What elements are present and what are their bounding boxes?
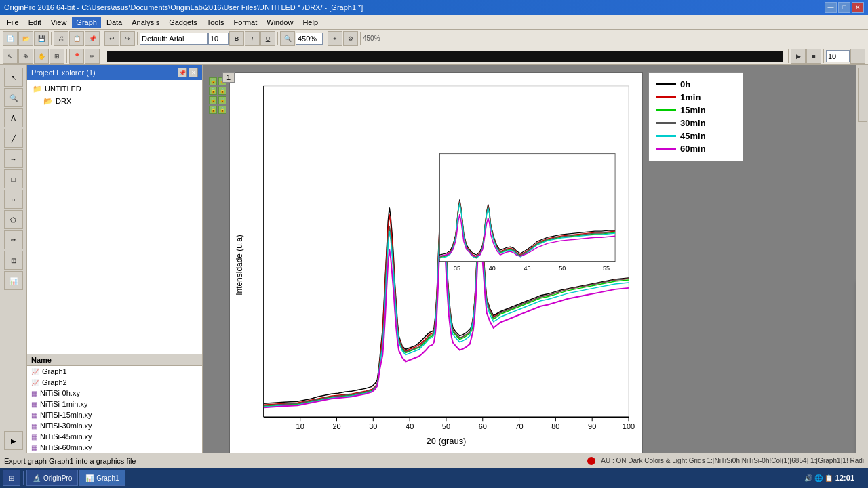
zoom-btn[interactable]: 🔍 xyxy=(280,31,295,46)
svg-text:60: 60 xyxy=(479,422,487,430)
close-button[interactable]: ✕ xyxy=(852,2,864,13)
file-nitisi-15min[interactable]: ▦ NiTiSi-15min.xy xyxy=(27,409,202,420)
freehand-tool[interactable]: ✏ xyxy=(4,230,23,249)
redo-btn[interactable]: ↪ xyxy=(120,31,135,46)
project-files: 📈 Graph1 📈 Graph2 ▦ NiTiSi-0h.xy ▦ NiTiS… xyxy=(27,366,202,453)
zoom2-btn[interactable]: ⊕ xyxy=(18,49,33,64)
menu-edit[interactable]: Edit xyxy=(24,17,45,28)
sep7 xyxy=(66,49,67,63)
graph-props-btn[interactable]: ⚙ xyxy=(343,31,358,46)
datareader-tool[interactable]: 📊 xyxy=(4,271,23,290)
line-tool[interactable]: ╱ xyxy=(4,129,23,148)
file-nitisi-1min[interactable]: ▦ NiTiSi-1min.xy xyxy=(27,399,202,409)
project-close[interactable]: ✕ xyxy=(189,68,198,77)
maximize-button[interactable]: □ xyxy=(838,2,850,13)
rescale-btn[interactable]: ⊞ xyxy=(50,49,64,64)
circle-tool[interactable]: ○ xyxy=(4,190,23,209)
poly-tool[interactable]: ⬠ xyxy=(4,210,23,229)
lock-4: 🔒 xyxy=(218,87,226,95)
menu-analysis[interactable]: Analysis xyxy=(127,17,163,28)
new-btn[interactable]: 📄 xyxy=(3,31,18,46)
save-btn[interactable]: 💾 xyxy=(34,31,49,46)
file-graph2[interactable]: 📈 Graph2 xyxy=(27,377,202,388)
legend-15min-label: 15min xyxy=(680,105,706,115)
task-origin[interactable]: 🔬 OriginPro xyxy=(26,470,78,486)
file-nitisi-45min-label: NiTiSi-45min.xy xyxy=(40,432,92,441)
menu-help[interactable]: Help xyxy=(298,17,322,28)
graph-svg: Intensidade (u.a) 10 20 30 40 50 xyxy=(230,73,642,453)
task-graph-label: Graph1 xyxy=(96,474,119,482)
script-size-input[interactable] xyxy=(826,50,850,62)
data-45min-icon: ▦ xyxy=(31,433,37,441)
bottom-progress-bar xyxy=(107,51,783,62)
file-nitisi-45min[interactable]: ▦ NiTiSi-45min.xy xyxy=(27,431,202,442)
arrow-tool[interactable]: ↖ xyxy=(4,68,23,87)
legend-30min: 30min xyxy=(656,118,736,128)
file-nitisi-1min-label: NiTiSi-1min.xy xyxy=(40,400,88,408)
menu-file[interactable]: File xyxy=(3,17,23,28)
font-family-input[interactable] xyxy=(140,33,208,45)
origin-icon: 🔬 xyxy=(33,474,41,482)
tree-drx[interactable]: 📂 DRX xyxy=(30,95,199,107)
bold-btn[interactable]: B xyxy=(229,31,244,46)
stop-btn[interactable]: ■ xyxy=(806,49,821,64)
menu-tools[interactable]: Tools xyxy=(203,17,229,28)
svg-text:80: 80 xyxy=(551,422,559,430)
print-btn[interactable]: 🖨 xyxy=(54,31,68,46)
copy-btn[interactable]: 📋 xyxy=(69,31,84,46)
tools-extra[interactable]: ⋯ xyxy=(850,49,865,64)
expand-left[interactable]: ▶ xyxy=(4,431,23,450)
menu-data[interactable]: Data xyxy=(102,17,126,28)
minimize-button[interactable]: — xyxy=(825,2,837,13)
task-graph[interactable]: 📊 Graph1 xyxy=(79,470,125,486)
lock-3: 🔒 xyxy=(209,87,217,95)
data-30min-icon: ▦ xyxy=(31,422,37,430)
italic-btn[interactable]: I xyxy=(245,31,260,46)
zoom-tool[interactable]: 🔍 xyxy=(4,88,23,107)
left-toolpanel: ↖ 🔍 A ╱ → □ ○ ⬠ ✏ ⊡ 📊 ▶ xyxy=(0,65,27,453)
legend-0h-line xyxy=(656,83,676,85)
legend-area: 0h 1min 15min 30min 45min 60min xyxy=(648,72,743,161)
tree-untitled[interactable]: 📁 UNTITLED xyxy=(30,83,199,95)
legend-45min: 45min xyxy=(656,131,736,141)
datapicker-btn[interactable]: 📍 xyxy=(69,49,84,64)
pan-btn[interactable]: ✋ xyxy=(34,49,49,64)
titlebar-controls: — □ ✕ xyxy=(825,2,864,13)
paste-btn[interactable]: 📌 xyxy=(85,31,100,46)
legend-60min: 60min xyxy=(656,144,736,154)
region-tool[interactable]: ⊡ xyxy=(4,251,23,270)
arrow2-tool[interactable]: → xyxy=(4,149,23,168)
sep3 xyxy=(137,32,138,45)
rect-tool[interactable]: □ xyxy=(4,169,23,188)
svg-text:45: 45 xyxy=(524,265,531,272)
font-size-input[interactable] xyxy=(208,33,229,45)
lock-7: 🔒 xyxy=(209,106,217,114)
annotate-btn[interactable]: ✏ xyxy=(85,49,100,64)
graph-area[interactable]: 🔒 🔒 🔒 🔒 🔒 🔒 🔒 🔒 1 Intensi xyxy=(203,65,856,453)
script-btn[interactable]: ▶ xyxy=(791,49,806,64)
text-tool[interactable]: A xyxy=(4,108,23,127)
start-button[interactable]: ⊞ xyxy=(3,470,20,486)
right-scroll-area[interactable] xyxy=(858,68,867,122)
underline-btn[interactable]: U xyxy=(260,31,275,46)
project-pin[interactable]: 📌 xyxy=(178,68,187,77)
menu-graph[interactable]: Graph xyxy=(72,17,101,28)
file-nitisi-60min[interactable]: ▦ NiTiSi-60min.xy xyxy=(27,442,202,453)
menu-format[interactable]: Format xyxy=(229,17,261,28)
file-graph1[interactable]: 📈 Graph1 xyxy=(27,366,202,377)
open-btn[interactable]: 📂 xyxy=(18,31,33,46)
svg-text:Intensidade (u.a): Intensidade (u.a) xyxy=(235,235,244,296)
menu-gadgets[interactable]: Gadgets xyxy=(165,17,201,28)
legend-0h: 0h xyxy=(656,79,736,89)
zoom-input[interactable] xyxy=(296,33,323,45)
graph-add-btn[interactable]: + xyxy=(328,31,342,46)
undo-btn[interactable]: ↩ xyxy=(104,31,119,46)
file-nitisi-0h[interactable]: ▦ NiTiSi-0h.xy xyxy=(27,388,202,399)
file-nitisi-30min[interactable]: ▦ NiTiSi-30min.xy xyxy=(27,420,202,431)
pointer-btn[interactable]: ↖ xyxy=(3,49,18,64)
menu-view[interactable]: View xyxy=(47,17,71,28)
titlebar-title: OriginPro 2016 64-bit - C:\Users\asus\Do… xyxy=(4,3,363,12)
menu-window[interactable]: Window xyxy=(262,17,297,28)
graph-tab[interactable]: 1 xyxy=(222,72,235,83)
legend-15min: 15min xyxy=(656,105,736,115)
